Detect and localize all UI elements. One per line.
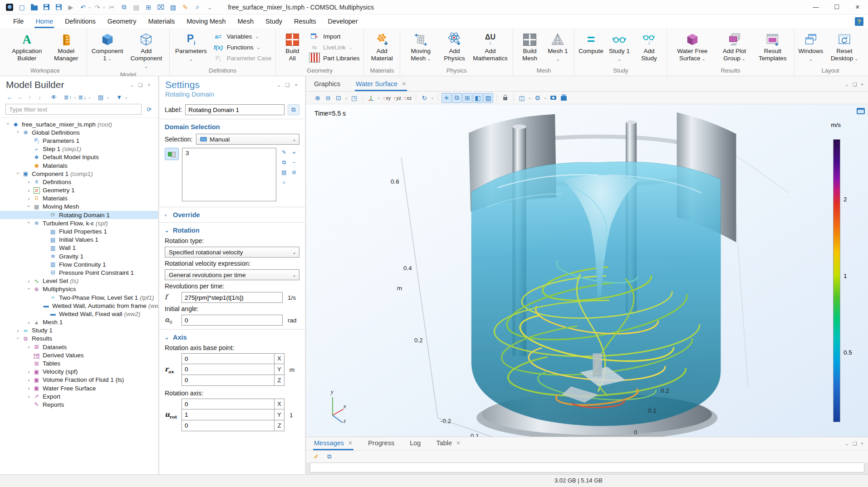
rotation-type-combobox[interactable]: Specified rotational velocity⌄ — [165, 247, 299, 258]
expand-arrow-icon[interactable] — [25, 393, 32, 399]
scene-light-icon[interactable]: ☀ — [441, 93, 451, 103]
axis-z-input[interactable] — [181, 420, 275, 431]
panel-menu-icon[interactable]: ⌄ — [845, 82, 849, 88]
water-free-surface-button[interactable]: Water Free Surface — [669, 29, 715, 63]
messages-output-field[interactable] — [310, 463, 864, 472]
tree-filter-input[interactable] — [5, 104, 142, 115]
view-menu-icon[interactable]: ⌄ — [378, 96, 381, 100]
build-all-button[interactable]: Build All — [278, 29, 306, 62]
tree-item-step-1[interactable]: ⌐Step 1(step1) — [0, 145, 158, 153]
go-to-yz-view-icon[interactable]: ↑yz — [392, 93, 402, 103]
study-1-button[interactable]: Study 1 — [605, 29, 633, 63]
base-point-z-input[interactable] — [181, 375, 275, 386]
collapse-all-icon[interactable]: ≣↓ — [78, 93, 87, 102]
moving-mesh-button[interactable]: Moving Mesh — [402, 29, 439, 63]
zoom-extents-icon[interactable]: ◳ — [349, 93, 359, 103]
tree-item-derived-values[interactable]: 8.85e-12Derived Values — [0, 351, 158, 359]
delete-icon[interactable]: ⌧ — [155, 1, 167, 13]
expand-arrow-icon[interactable] — [25, 195, 32, 202]
tree-item-geometry-1[interactable]: αGeometry 1 — [0, 186, 158, 195]
show-grid-icon[interactable]: ⊞ — [462, 93, 472, 103]
rename-button[interactable]: ⧉ — [288, 104, 299, 115]
menu-tab-geometry[interactable]: Geometry — [102, 15, 142, 28]
tree-item-wetted-wall-1[interactable]: ▬Wetted Wall, Automatic from frame(ww1) — [0, 302, 158, 310]
clear-icon[interactable]: ⊘ — [289, 168, 299, 177]
show-material-color-icon[interactable]: ◧ — [473, 93, 483, 103]
expand-arrow-icon[interactable] — [15, 336, 21, 342]
build-mesh-button[interactable]: Build Mesh — [515, 29, 544, 62]
redo-menu-icon[interactable]: ⌄ — [103, 5, 106, 9]
expand-arrow-icon[interactable] — [25, 204, 32, 210]
node-text-icon[interactable]: ▤ — [96, 93, 105, 102]
axis-y-input[interactable] — [181, 409, 275, 420]
panel-menu-icon[interactable]: ⌄ — [128, 82, 136, 88]
menu-tab-file[interactable]: File — [7, 15, 29, 28]
menu-tab-developer[interactable]: Developer — [322, 15, 363, 28]
windows-button[interactable]: Windows — [797, 29, 825, 63]
result-templates-button[interactable]: Result Templates — [754, 29, 792, 62]
undo-menu-icon[interactable]: ⌄ — [88, 5, 91, 9]
copy-to-clipboard-icon[interactable]: ⧉ — [325, 452, 334, 461]
rotate-menu-icon[interactable]: ⌄ — [431, 96, 434, 100]
float-panel-icon[interactable]: ❑ — [136, 82, 145, 88]
remove-icon[interactable]: − — [289, 158, 299, 167]
part-libraries-button[interactable]: Part Libraries — [309, 54, 359, 63]
create-selection-icon[interactable]: ✎ — [280, 148, 289, 157]
tree-item-wetted-wall-2[interactable]: ▬Wetted Wall, Fixed wall(ww2) — [0, 310, 158, 318]
tree-item-mesh-1[interactable]: ▲Mesh 1 — [0, 318, 158, 326]
tree-item-multiphysics[interactable]: ⊛Multiphysics — [0, 285, 158, 293]
expand-arrow-icon[interactable] — [25, 377, 32, 383]
tab-log[interactable]: Log — [409, 436, 422, 450]
copy-icon[interactable]: ⧉ — [118, 1, 130, 13]
tree-item-gravity-1[interactable]: ≋Gravity 1 — [0, 252, 158, 260]
move-down-icon[interactable]: ↓ — [35, 93, 44, 102]
tree-item-two-phase-flow-level-set-1[interactable]: ≈Two-Phase Flow, Level Set 1(tpf1) — [0, 293, 158, 302]
tree-item-water-free-surface[interactable]: ▣Water Free Surface — [0, 384, 158, 392]
variables-button[interactable]: a=Variables — [213, 32, 271, 41]
tree-item-definitions[interactable]: ≡Definitions — [0, 178, 158, 186]
view-orientation-icon[interactable] — [366, 93, 376, 103]
select-and-hide-icon[interactable] — [500, 93, 510, 103]
show-selection-colors-icon[interactable]: ▨ — [483, 93, 493, 103]
zoom-to-selection-icon[interactable]: ⌕ — [280, 178, 289, 187]
tree-item-results[interactable]: ⧉Results — [0, 335, 158, 343]
forward-icon[interactable]: → — [15, 93, 24, 102]
menu-tab-definitions[interactable]: Definitions — [59, 15, 102, 28]
tree-item-level-set[interactable]: ∿Level Set(ls) — [0, 277, 158, 285]
tree-item-root[interactable]: ◆free_surface_mixer_ls.mph(root) — [0, 120, 158, 128]
filter-menu-icon[interactable]: ⌄ — [125, 95, 128, 99]
clear-icon[interactable]: ✎ — [179, 1, 191, 13]
domain-selection-section[interactable]: Domain Selection — [165, 123, 299, 131]
tree-item-moving-mesh[interactable]: ▦Moving Mesh — [0, 203, 158, 211]
expand-arrow-icon[interactable] — [15, 327, 21, 334]
menu-tab-moving-mesh[interactable]: Moving Mesh — [181, 15, 231, 28]
tree-item-pressure-point-constraint-1[interactable]: ⊟Pressure Point Constraint 1 — [0, 268, 158, 277]
paste-icon[interactable]: ▤ — [130, 1, 142, 13]
tree-item-velocity[interactable]: ▣Velocity (spf) — [0, 368, 158, 376]
tree-item-export[interactable]: ↗Export — [0, 392, 158, 400]
expand-all-icon[interactable]: ≣↑ — [64, 93, 72, 102]
parameter-case-button[interactable]: PiParameter Case — [213, 54, 271, 63]
zoom-box-icon[interactable]: ⊡ — [333, 93, 343, 103]
menu-tab-study[interactable]: Study — [260, 15, 288, 28]
component-1-button[interactable]: Component 1 — [89, 29, 126, 63]
tree-item-component-1[interactable]: ▣Component 1(comp1) — [0, 170, 158, 178]
float-panel-icon[interactable]: ❑ — [283, 82, 292, 88]
model-manager-button[interactable]: Model Manager — [48, 29, 84, 62]
rotation-section[interactable]: ⌄Rotation — [165, 227, 299, 234]
tab-progress[interactable]: Progress — [367, 436, 395, 450]
transparency-icon[interactable]: ⧉ — [452, 93, 462, 103]
menu-tab-results[interactable]: Results — [288, 15, 322, 28]
tree-item-global-materials[interactable]: ◉Materials — [0, 161, 158, 170]
tree-item-fluid-properties-1[interactable]: ▤Fluid Properties 1 — [0, 227, 158, 235]
import-button[interactable]: Import — [309, 32, 359, 41]
help-icon[interactable]: ? — [855, 17, 863, 26]
base-point-x-input[interactable] — [181, 353, 275, 364]
close-tab-icon[interactable]: ✕ — [402, 81, 406, 87]
reset-desktop-button[interactable]: Reset Desktop — [825, 29, 864, 63]
application-builder-button[interactable]: A Application Builder — [6, 29, 48, 62]
tab-graphics[interactable]: Graphics — [313, 77, 341, 91]
float-panel-icon[interactable]: ❑ — [853, 441, 857, 447]
print-icon[interactable] — [559, 93, 569, 103]
save-icon[interactable] — [40, 1, 52, 13]
